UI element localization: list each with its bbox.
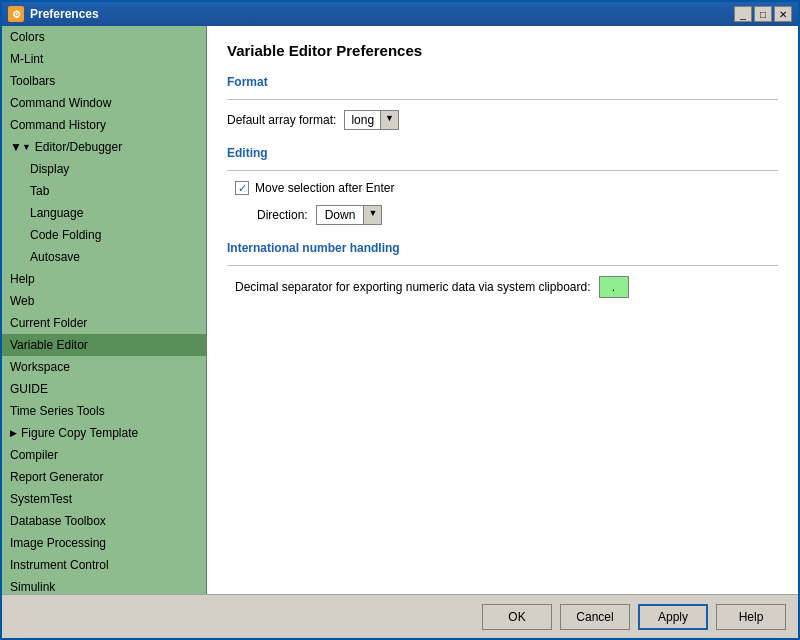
sidebar-item-database-toolbox[interactable]: Database Toolbox bbox=[2, 510, 206, 532]
decimal-input[interactable]: . bbox=[599, 276, 629, 298]
sidebar-item-figure-copy-template[interactable]: ▶Figure Copy Template bbox=[2, 422, 206, 444]
sidebar-item-display[interactable]: Display bbox=[2, 158, 206, 180]
sidebar-item-tab[interactable]: Tab bbox=[2, 180, 206, 202]
sidebar-item-instrument-control[interactable]: Instrument Control bbox=[2, 554, 206, 576]
sidebar: Colors M-Lint Toolbars Command Window Co… bbox=[2, 26, 207, 594]
editing-divider bbox=[227, 170, 778, 171]
format-label: Default array format: bbox=[227, 113, 336, 127]
format-dropdown[interactable]: long ▼ bbox=[344, 110, 399, 130]
sidebar-item-compiler[interactable]: Compiler bbox=[2, 444, 206, 466]
sidebar-item-variable-editor[interactable]: Variable Editor bbox=[2, 334, 206, 356]
editing-section-header: Editing bbox=[227, 146, 778, 160]
sidebar-item-guide[interactable]: GUIDE bbox=[2, 378, 206, 400]
sidebar-item-report-generator[interactable]: Report Generator bbox=[2, 466, 206, 488]
sidebar-item-command-window[interactable]: Command Window bbox=[2, 92, 206, 114]
sidebar-scroll[interactable]: Colors M-Lint Toolbars Command Window Co… bbox=[2, 26, 206, 594]
close-button[interactable]: ✕ bbox=[774, 6, 792, 22]
sidebar-item-workspace[interactable]: Workspace bbox=[2, 356, 206, 378]
sidebar-item-simulink[interactable]: Simulink bbox=[2, 576, 206, 594]
minimize-button[interactable]: _ bbox=[734, 6, 752, 22]
ok-button[interactable]: OK bbox=[482, 604, 552, 630]
sidebar-item-toolbars[interactable]: Toolbars bbox=[2, 70, 206, 92]
panel-title: Variable Editor Preferences bbox=[227, 42, 778, 59]
maximize-button[interactable]: □ bbox=[754, 6, 772, 22]
sidebar-item-systemtest[interactable]: SystemTest bbox=[2, 488, 206, 510]
title-bar: ⚙ Preferences _ □ ✕ bbox=[2, 2, 798, 26]
sidebar-item-autosave[interactable]: Autosave bbox=[2, 246, 206, 268]
help-button[interactable]: Help bbox=[716, 604, 786, 630]
decimal-row: Decimal separator for exporting numeric … bbox=[235, 276, 778, 298]
move-selection-row: Move selection after Enter bbox=[235, 181, 778, 195]
sidebar-item-colors[interactable]: Colors bbox=[2, 26, 206, 48]
direction-label: Direction: bbox=[257, 208, 308, 222]
format-section-header: Format bbox=[227, 75, 778, 89]
footer: OK Cancel Apply Help bbox=[2, 594, 798, 638]
decimal-label: Decimal separator for exporting numeric … bbox=[235, 280, 591, 294]
format-dropdown-arrow[interactable]: ▼ bbox=[380, 111, 398, 129]
sidebar-item-help[interactable]: Help bbox=[2, 268, 206, 290]
app-icon: ⚙ bbox=[8, 6, 24, 22]
sidebar-item-language[interactable]: Language bbox=[2, 202, 206, 224]
sidebar-item-current-folder[interactable]: Current Folder bbox=[2, 312, 206, 334]
direction-dropdown-value: Down bbox=[317, 206, 364, 224]
direction-row: Direction: Down ▼ bbox=[257, 205, 778, 225]
format-dropdown-value: long bbox=[345, 111, 380, 129]
sidebar-item-image-processing[interactable]: Image Processing bbox=[2, 532, 206, 554]
sidebar-item-time-series-tools[interactable]: Time Series Tools bbox=[2, 400, 206, 422]
title-bar-left: ⚙ Preferences bbox=[8, 6, 99, 22]
title-buttons: _ □ ✕ bbox=[734, 6, 792, 22]
intl-section-header: International number handling bbox=[227, 241, 778, 255]
sidebar-item-web[interactable]: Web bbox=[2, 290, 206, 312]
cancel-button[interactable]: Cancel bbox=[560, 604, 630, 630]
direction-dropdown[interactable]: Down ▼ bbox=[316, 205, 383, 225]
preferences-window: ⚙ Preferences _ □ ✕ Colors M-Lint Toolba… bbox=[0, 0, 800, 640]
sidebar-item-editor-debugger[interactable]: ▼Editor/Debugger bbox=[2, 136, 206, 158]
move-selection-label: Move selection after Enter bbox=[255, 181, 394, 195]
sidebar-item-code-folding[interactable]: Code Folding bbox=[2, 224, 206, 246]
sidebar-item-mlint[interactable]: M-Lint bbox=[2, 48, 206, 70]
window-title: Preferences bbox=[30, 7, 99, 21]
move-selection-checkbox[interactable] bbox=[235, 181, 249, 195]
apply-button[interactable]: Apply bbox=[638, 604, 708, 630]
format-divider bbox=[227, 99, 778, 100]
content-area: Colors M-Lint Toolbars Command Window Co… bbox=[2, 26, 798, 594]
direction-dropdown-arrow[interactable]: ▼ bbox=[363, 206, 381, 224]
intl-divider bbox=[227, 265, 778, 266]
main-panel: Variable Editor Preferences Format Defau… bbox=[207, 26, 798, 594]
format-row: Default array format: long ▼ bbox=[227, 110, 778, 130]
sidebar-item-command-history[interactable]: Command History bbox=[2, 114, 206, 136]
